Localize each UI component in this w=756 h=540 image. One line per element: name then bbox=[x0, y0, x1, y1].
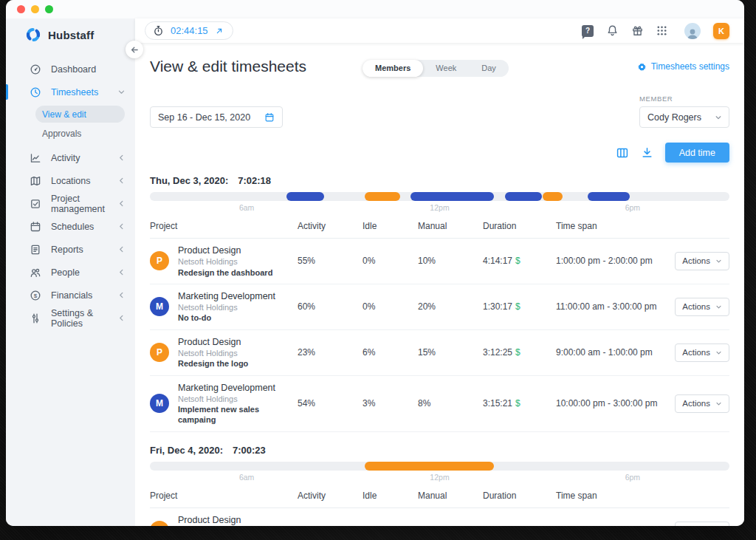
project-name: Product Design bbox=[178, 245, 272, 256]
timeline-segment-blue bbox=[410, 192, 494, 201]
sidebar-item-label: Activity bbox=[51, 153, 80, 163]
sidebar-subitem-approvals[interactable]: Approvals bbox=[35, 125, 125, 142]
sidebar-item-activity[interactable]: Activity bbox=[6, 146, 135, 169]
sidebar-item-schedules[interactable]: Schedules bbox=[6, 215, 135, 238]
apps-grid-icon[interactable] bbox=[656, 25, 667, 36]
chevron-left-icon bbox=[117, 268, 126, 276]
tab-week[interactable]: Week bbox=[423, 60, 469, 77]
money-indicator: $ bbox=[515, 301, 520, 312]
timeline-ticks: 6am12pm6pm bbox=[150, 473, 729, 482]
sidebar-item-financials[interactable]: $ Financials bbox=[6, 284, 135, 307]
chevron-down-icon bbox=[715, 258, 722, 264]
row-actions-button[interactable]: Actions bbox=[675, 298, 729, 316]
tab-members[interactable]: Members bbox=[362, 60, 423, 77]
row-actions-button[interactable]: Actions bbox=[675, 344, 729, 362]
client-name: Netsoft Holdings bbox=[178, 348, 248, 358]
idle-value: 0% bbox=[362, 256, 418, 266]
tab-day[interactable]: Day bbox=[469, 60, 509, 77]
stopwatch-icon bbox=[153, 25, 164, 36]
organization-badge[interactable]: K bbox=[713, 23, 729, 39]
timespan-value: 9:00:00 pm - 12:00:00 pm bbox=[556, 525, 682, 526]
sidebar-nav: Dashboard Timesheets View & editApproval… bbox=[6, 58, 135, 329]
sidebar-item-timesheets[interactable]: Timesheets bbox=[6, 81, 135, 103]
day-total-time: 7:02:18 bbox=[238, 175, 271, 186]
sidebar-item-label: Reports bbox=[51, 245, 83, 255]
money-indicator: $ bbox=[515, 525, 520, 526]
gift-icon[interactable] bbox=[631, 24, 644, 37]
sidebar-item-people[interactable]: People bbox=[6, 261, 135, 284]
idle-value: 0% bbox=[362, 301, 418, 312]
chevron-left-icon bbox=[117, 177, 126, 185]
money-indicator: $ bbox=[515, 347, 520, 358]
minimize-window-button[interactable] bbox=[31, 5, 39, 13]
sidebar-item-settings-policies[interactable]: Settings & Policies bbox=[6, 307, 135, 329]
columns-settings-icon[interactable] bbox=[616, 146, 629, 160]
duration-value: 4:45:37 bbox=[483, 525, 512, 526]
duration-value: 1:30:17 bbox=[483, 301, 512, 312]
table-row: M Marketing Development Netsoft Holdings… bbox=[150, 376, 729, 432]
table-row: M Marketing Development Netsoft Holdings… bbox=[150, 284, 729, 330]
locations-icon bbox=[30, 175, 41, 187]
page-title: View & edit timesheets bbox=[150, 58, 306, 75]
user-avatar[interactable] bbox=[684, 23, 701, 39]
sidebar-item-locations[interactable]: Locations bbox=[6, 169, 135, 192]
sidebar-item-label: Settings & Policies bbox=[51, 308, 117, 329]
date-range-picker[interactable]: Sep 16 - Dec 15, 2020 bbox=[150, 106, 283, 128]
people-icon bbox=[30, 267, 41, 278]
row-actions-button[interactable]: Actions bbox=[675, 252, 729, 270]
member-select[interactable]: Cody Rogers bbox=[639, 106, 729, 128]
manual-value: 20% bbox=[418, 301, 483, 312]
sidebar-item-dashboard[interactable]: Dashboard bbox=[6, 58, 135, 81]
sidebar-item-label: Financials bbox=[51, 290, 92, 301]
table-header: Project Activity Idle Manual Duration Ti… bbox=[150, 491, 729, 508]
days-container: Thu, Dec 3, 2020: 7:02:18 6am12pm6pm Pro… bbox=[150, 175, 729, 526]
timeline-tick-label: 12pm bbox=[430, 203, 449, 212]
gear-icon bbox=[637, 62, 647, 72]
manual-value: 15% bbox=[418, 347, 483, 358]
reports-icon bbox=[30, 244, 41, 256]
task-name: No to-do bbox=[178, 312, 275, 323]
timesheets-settings-link[interactable]: Timesheets settings bbox=[637, 61, 729, 72]
table-row: P Product Design Netsoft Holdings Redesi… bbox=[150, 239, 729, 284]
chevron-down-icon bbox=[715, 349, 722, 356]
sidebar-item-label: Project management bbox=[51, 194, 117, 214]
sidebar-item-project-management[interactable]: Project management bbox=[6, 192, 135, 215]
chevron-left-icon bbox=[117, 222, 126, 230]
money-indicator: $ bbox=[515, 398, 520, 409]
timer-widget[interactable]: 02:44:15 bbox=[145, 21, 233, 40]
money-indicator: $ bbox=[515, 256, 520, 266]
row-actions-button[interactable]: Actions bbox=[675, 522, 729, 526]
hubstaff-logo-icon bbox=[25, 27, 41, 43]
sidebar-item-reports[interactable]: Reports bbox=[6, 238, 135, 261]
row-actions-button[interactable]: Actions bbox=[675, 394, 729, 413]
chevron-down-icon bbox=[117, 88, 126, 96]
timeline-segment-blue bbox=[286, 192, 324, 201]
sidebar-collapse-button[interactable] bbox=[126, 41, 143, 58]
task-name: Redesign the dashboard bbox=[178, 267, 272, 278]
zoom-window-button[interactable] bbox=[45, 5, 53, 13]
chevron-left-icon bbox=[117, 154, 126, 162]
timespan-value: 1:00:00 pm - 2:00:00 pm bbox=[556, 256, 682, 266]
sidebar-item-label: People bbox=[51, 267, 80, 278]
project-avatar: M bbox=[150, 297, 169, 316]
download-icon[interactable] bbox=[641, 146, 653, 159]
task-name: Implement new sales campaing bbox=[178, 404, 298, 425]
timesheets-icon bbox=[30, 86, 41, 98]
day-section: Thu, Dec 3, 2020: 7:02:18 6am12pm6pm Pro… bbox=[150, 175, 729, 432]
sidebar-subitem-view-edit[interactable]: View & edit bbox=[35, 106, 125, 123]
idle-value: 6% bbox=[362, 347, 418, 358]
content-area: View & edit timesheets MembersWeekDay Ti… bbox=[135, 43, 744, 526]
macos-titlebar bbox=[6, 0, 744, 18]
timeline-track bbox=[150, 192, 729, 201]
help-icon[interactable]: ? bbox=[582, 25, 594, 37]
chevron-left-icon bbox=[117, 199, 126, 208]
manual-value: 27% bbox=[418, 525, 483, 526]
add-time-button[interactable]: Add time bbox=[665, 143, 729, 163]
project-name: Marketing Development bbox=[178, 290, 275, 302]
timeline-segment-orange bbox=[365, 462, 493, 471]
close-window-button[interactable] bbox=[17, 5, 25, 13]
brand[interactable]: Hubstaff bbox=[6, 18, 135, 52]
chevron-down-icon bbox=[715, 304, 722, 310]
notifications-bell-icon[interactable] bbox=[606, 24, 619, 37]
sidebar-submenu: View & editApprovals bbox=[6, 106, 135, 142]
